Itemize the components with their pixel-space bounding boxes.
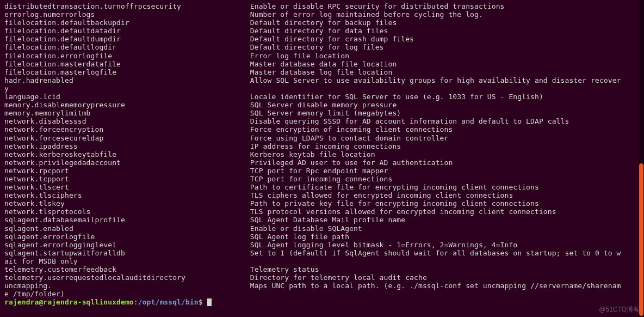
cursor — [207, 298, 212, 306]
config-line: network.tlsprotocols TLS protocol versio… — [4, 208, 640, 216]
prompt-dollar: $ — [199, 298, 207, 306]
config-line: filelocation.defaultdatadir Default dire… — [4, 27, 640, 35]
config-line: network.forcesecureldap Force using LDAP… — [4, 134, 640, 142]
prompt-user: rajendra@rajendra-sqllinuxdemo — [4, 298, 134, 306]
config-line: network.kerberoskeytabfile Kerberos keyt… — [4, 150, 640, 158]
config-line: network.ipaddress IP address for incomin… — [4, 142, 640, 150]
config-line: memory.disablememorypressure SQL Server … — [4, 101, 640, 109]
config-line: hadr.hadrenabled Allow SQL Server to use… — [4, 76, 640, 84]
prompt-path: /opt/mssql/bin — [138, 298, 199, 306]
config-line: distributedtransaction.turnoffrpcsecurit… — [4, 2, 640, 10]
config-line: memory.memorylimitmb SQL Server memory l… — [4, 109, 640, 117]
watermark: @51CTO博客 — [599, 306, 640, 314]
config-line: network.tcpport TCP port for incoming co… — [4, 175, 640, 183]
terminal-output[interactable]: distributedtransaction.turnoffrpcsecurit… — [0, 0, 644, 308]
config-line: telemetry.customerfeedback Telemetry sta… — [4, 265, 640, 273]
config-line: uncmapping. Maps UNC path to a local pat… — [4, 282, 640, 290]
config-line: filelocation.defaultlogdir Default direc… — [4, 43, 640, 51]
config-line: filelocation.errorlogfile Error log file… — [4, 52, 640, 60]
config-line: telemetry.userrequestedlocalauditdirecto… — [4, 273, 640, 282]
config-line: network.tlsciphers TLS ciphers allowed f… — [4, 191, 640, 199]
prompt-sep: : — [134, 298, 138, 306]
config-line: sqlagent.startupwaitforalldb Set to 1 (d… — [4, 249, 640, 257]
config-line: network.forceencryption Force encryption… — [4, 125, 640, 133]
config-line: sqlagent.errorlogfile SQL Agent log file… — [4, 233, 640, 241]
config-line: filelocation.defaultdumpdir Default dire… — [4, 35, 640, 43]
config-line: filelocation.defaultbackupdir Default di… — [4, 19, 640, 27]
config-line: filelocation.masterdatafile Master datab… — [4, 60, 640, 68]
scrollbar-thumb[interactable] — [639, 163, 643, 316]
config-line: network.tlskey Path to private key file … — [4, 199, 640, 208]
config-line: sqlagent.enabled Enable or disable SQLAg… — [4, 224, 640, 233]
config-line: sqlagent.errorlogginglevel SQL Agent log… — [4, 241, 640, 249]
config-line: network.tlscert Path to certificate file… — [4, 183, 640, 191]
config-line: network.rpcport TCP port for Rpc endpoin… — [4, 167, 640, 175]
config-line: network.disablesssd Disable querying SSS… — [4, 117, 640, 125]
config-line: language.lcid Locale identifier for SQL … — [4, 93, 640, 101]
config-line: y — [4, 84, 640, 93]
shell-prompt[interactable]: rajendra@rajendra-sqllinuxdemo:/opt/mssq… — [4, 298, 640, 306]
config-line: ait for MSDB only — [4, 257, 640, 265]
config-line: network.privilegedadaccount Privileged A… — [4, 158, 640, 167]
config-line: sqlagent.databasemailprofile SQL Agent D… — [4, 216, 640, 224]
config-line: errorlog.numerrorlogs Number of error lo… — [4, 10, 640, 19]
config-line: e /tmp/folder) — [4, 290, 640, 298]
scrollbar-track[interactable] — [639, 0, 644, 317]
config-line: filelocation.masterlogfile Master databa… — [4, 68, 640, 76]
